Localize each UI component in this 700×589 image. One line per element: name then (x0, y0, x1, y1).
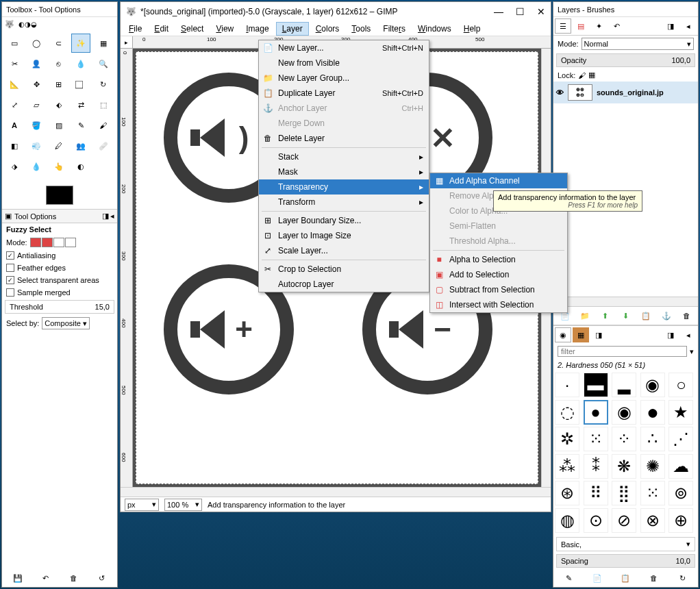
undo-tab[interactable]: ↶ (608, 18, 625, 34)
brush-item[interactable]: ∴ (640, 427, 665, 451)
shear-tool[interactable]: ▱ (27, 95, 46, 114)
brush-item[interactable]: ⊚ (668, 481, 693, 505)
brushes-tab[interactable]: ◉ (555, 327, 571, 342)
scale-tool[interactable]: ⤢ (5, 95, 24, 114)
restore-icon[interactable]: ↶ (40, 572, 52, 584)
menu-image[interactable]: Image (240, 23, 274, 35)
foreground-select-tool[interactable]: 👤 (27, 54, 46, 73)
free-select-tool[interactable]: ⊂ (49, 34, 68, 53)
cage-tool[interactable]: ⬚ (94, 95, 113, 114)
reset-icon[interactable]: ↺ (96, 572, 108, 584)
eye-icon[interactable]: 👁 (556, 88, 564, 97)
brush-item[interactable]: ⊗ (640, 508, 665, 533)
color-select-tool[interactable]: ▦ (94, 34, 113, 53)
menu-transparency[interactable]: Transparency▸ (259, 179, 429, 195)
antialiasing-checkbox[interactable] (6, 251, 14, 260)
ruler-toggle[interactable]: ▸ (121, 36, 133, 49)
brush-item[interactable]: ⁘ (612, 427, 636, 451)
smudge-tool[interactable]: 👆 (49, 157, 68, 176)
transparent-checkbox[interactable] (6, 276, 14, 284)
paths-tool[interactable]: ⎋ (49, 54, 68, 73)
menu-new-layer[interactable]: 📄New Layer...Shift+Ctrl+N (259, 40, 429, 55)
menu-scale-layer[interactable]: ⤢Scale Layer... (259, 243, 429, 258)
layer-up-icon[interactable]: ⬆ (599, 310, 612, 322)
move-tool[interactable]: ✥ (27, 75, 46, 94)
menu-alpha-to-selection[interactable]: ■Alpha to Selection (430, 252, 567, 267)
menu-windows[interactable]: Windows (412, 23, 457, 35)
brush-item[interactable]: ★ (668, 400, 693, 425)
brush-item[interactable]: ○ (668, 373, 693, 397)
brush-item[interactable]: ◉ (612, 400, 636, 425)
brush-item[interactable]: ◉ (640, 373, 665, 397)
save-icon[interactable]: 💾 (12, 572, 24, 584)
brush-item[interactable]: ☁ (668, 454, 693, 479)
ellipse-select-tool[interactable]: ◯ (27, 34, 46, 53)
layers-tab[interactable]: ☰ (555, 18, 571, 34)
bucket-fill-tool[interactable]: 🪣 (27, 116, 46, 135)
layer-down-icon[interactable]: ⬇ (619, 310, 632, 322)
dodge-tool[interactable]: ◐ (71, 157, 90, 176)
tabs-menu-icon[interactable]: ◂ (680, 18, 697, 34)
opacity-value[interactable]: 100,0 (671, 56, 690, 64)
layer-list-item[interactable]: 👁 ⊕⊗⊕⊖ sounds_original.jp (553, 82, 698, 103)
perspective-clone-tool[interactable]: ⬗ (5, 157, 24, 176)
maximize-button[interactable]: ☐ (516, 6, 525, 17)
menu-tools[interactable]: Tools (346, 23, 376, 35)
delete-icon[interactable]: 🗑 (68, 572, 80, 584)
perspective-tool[interactable]: ⬖ (49, 95, 68, 114)
brush-item[interactable]: ◌ (555, 400, 579, 425)
new-brush-icon[interactable]: 📄 (591, 572, 603, 584)
menu-new-layer-group[interactable]: 📁New Layer Group... (259, 71, 429, 86)
spacing-value[interactable]: 10,0 (676, 557, 690, 565)
blur-tool[interactable]: 💧 (27, 157, 46, 176)
minimize-button[interactable]: — (494, 6, 503, 17)
menu-view[interactable]: View (210, 23, 239, 35)
brush-item[interactable]: ⊙ (584, 508, 608, 533)
flip-tool[interactable]: ⇄ (71, 95, 90, 114)
eraser-tool[interactable]: ◧ (5, 136, 24, 155)
text-tool[interactable]: A (5, 116, 24, 135)
delete-layer-icon[interactable]: 🗑 (680, 310, 692, 322)
gradients-tab[interactable]: ◨ (590, 327, 607, 342)
brush-item[interactable]: ❋ (612, 454, 636, 479)
brush-item[interactable]: ▂ (612, 373, 636, 397)
menu-duplicate-layer[interactable]: 📋Duplicate LayerShift+Ctrl+D (259, 86, 429, 101)
sample-merged-checkbox[interactable] (6, 288, 14, 297)
measure-tool[interactable]: 📐 (5, 75, 24, 94)
paintbrush-tool[interactable]: 🖌 (94, 116, 113, 135)
layer-name[interactable]: sounds_original.jp (597, 88, 664, 97)
rotate-tool[interactable]: ↻ (94, 75, 113, 94)
airbrush-tool[interactable]: 💨 (27, 136, 46, 155)
threshold-value[interactable]: 15,0 (95, 303, 110, 311)
duplicate-layer-icon[interactable]: 📋 (640, 310, 652, 322)
menu-add-to-selection[interactable]: ▣Add to Selection (430, 267, 567, 282)
ink-tool[interactable]: 🖊 (49, 136, 68, 155)
brush-item[interactable]: ⁙ (640, 481, 665, 505)
menu-layer[interactable]: Layer (276, 22, 309, 36)
unit-selector[interactable]: px▾ (125, 499, 159, 511)
scrollbar-horizontal[interactable] (121, 487, 551, 497)
anchor-icon[interactable]: ⚓ (660, 310, 673, 322)
layer-group-icon[interactable]: 📁 (579, 310, 591, 322)
paths-tab[interactable]: ✦ (590, 18, 607, 34)
dock-icon[interactable]: ◨ (662, 18, 679, 34)
brush-item[interactable]: ⁙ (584, 427, 608, 451)
zoom-tool[interactable]: 🔍 (94, 54, 113, 73)
blend-tool[interactable]: ▨ (49, 116, 68, 135)
brush-item[interactable]: ⊛ (555, 481, 579, 505)
menu-file[interactable]: File (123, 23, 147, 35)
brush-item[interactable]: ● (584, 400, 608, 425)
feather-checkbox[interactable] (6, 264, 14, 272)
mode-selector[interactable] (30, 238, 76, 247)
menu-arrow-icon[interactable]: ◂ (110, 212, 114, 221)
brush-item[interactable]: ◍ (555, 508, 579, 533)
menu-crop-selection[interactable]: ✂Crop to Selection (259, 262, 429, 277)
refresh-brush-icon[interactable]: ↻ (676, 572, 688, 584)
menu-subtract-selection[interactable]: ▢Subtract from Selection (430, 282, 567, 297)
heal-tool[interactable]: 🩹 (94, 136, 113, 155)
brush-filter-input[interactable] (558, 346, 687, 357)
pencil-tool[interactable]: ✎ (71, 116, 90, 135)
brush-item[interactable]: ⁑ (584, 454, 608, 479)
dock-icon[interactable]: ◨ (102, 212, 109, 221)
channels-tab[interactable]: ▤ (573, 18, 589, 34)
